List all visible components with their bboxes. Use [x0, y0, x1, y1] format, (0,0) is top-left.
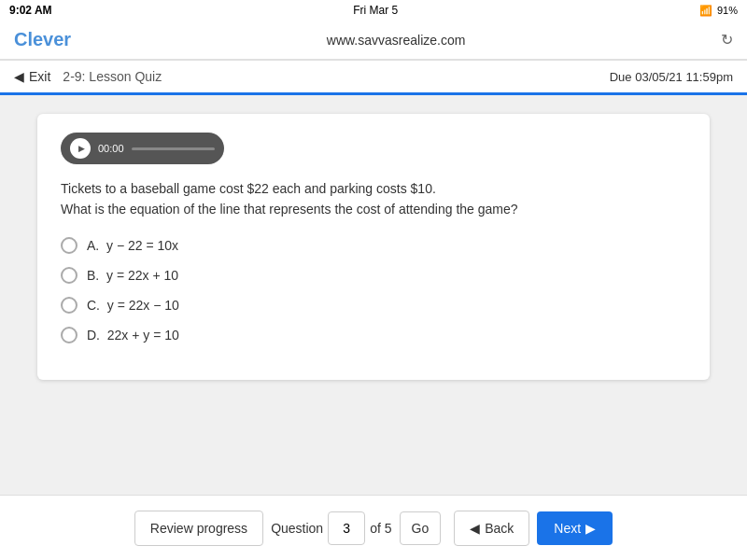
review-progress-button[interactable]: Review progress	[134, 511, 263, 546]
refresh-icon[interactable]: ↻	[721, 31, 733, 49]
exit-button[interactable]: ◀ Exit 2-9: Lesson Quiz	[14, 69, 162, 84]
answer-options: A. y − 22 = 10x B. y = 22x + 10 C. y = 2…	[61, 237, 686, 343]
question-number-input[interactable]	[328, 511, 365, 545]
radio-b[interactable]	[61, 267, 78, 284]
quiz-header: ◀ Exit 2-9: Lesson Quiz Due 03/05/21 11:…	[0, 60, 747, 95]
answer-label-c: C. y = 22x − 10	[87, 298, 179, 313]
next-arrow-icon: ▶	[585, 521, 596, 536]
battery-level: 91%	[717, 5, 738, 16]
exit-label: Exit	[29, 69, 50, 84]
nav-url: www.savvasrealize.com	[327, 33, 466, 48]
status-time: 9:02 AM	[9, 4, 52, 17]
play-icon: ▶	[78, 144, 85, 153]
back-arrow-icon: ◀	[470, 521, 480, 536]
due-date: Due 03/05/21 11:59pm	[610, 70, 733, 84]
back-label: Back	[485, 521, 514, 536]
question-navigator: Question of 5 Go	[271, 511, 441, 545]
back-button[interactable]: ◀ Back	[454, 511, 529, 546]
status-bar: 9:02 AM Fri Mar 5 📶 91%	[0, 0, 747, 21]
answer-option-c[interactable]: C. y = 22x − 10	[61, 297, 686, 314]
nav-bar: Clever www.savvasrealize.com ↻	[0, 21, 747, 60]
status-day: Fri Mar 5	[353, 4, 398, 17]
question-line-2: What is the equation of the line that re…	[61, 199, 686, 219]
answer-option-d[interactable]: D. 22x + y = 10	[61, 327, 686, 343]
main-content: ▶ 00:00 Tickets to a baseball game cost …	[0, 95, 747, 495]
audio-player[interactable]: ▶ 00:00	[61, 133, 224, 164]
radio-c[interactable]	[61, 297, 78, 314]
next-label: Next	[554, 521, 581, 536]
answer-option-b[interactable]: B. y = 22x + 10	[61, 267, 686, 284]
question-card: ▶ 00:00 Tickets to a baseball game cost …	[37, 114, 710, 380]
answer-option-a[interactable]: A. y − 22 = 10x	[61, 237, 686, 254]
quiz-title: 2-9: Lesson Quiz	[63, 69, 162, 84]
question-label: Question	[271, 521, 323, 536]
audio-progress-bar[interactable]	[132, 147, 215, 150]
answer-label-a: A. y − 22 = 10x	[87, 238, 178, 253]
back-arrow-icon: ◀	[14, 69, 24, 84]
clever-logo: Clever	[14, 29, 71, 50]
next-button[interactable]: Next ▶	[537, 511, 613, 545]
radio-a[interactable]	[61, 237, 78, 254]
go-button[interactable]: Go	[400, 511, 442, 545]
question-text: Tickets to a baseball game cost $22 each…	[61, 178, 686, 220]
radio-d[interactable]	[61, 327, 78, 343]
question-line-1: Tickets to a baseball game cost $22 each…	[61, 178, 686, 199]
answer-label-d: D. 22x + y = 10	[87, 328, 179, 343]
answer-label-b: B. y = 22x + 10	[87, 268, 178, 283]
play-button[interactable]: ▶	[70, 138, 91, 159]
wifi-icon: 📶	[699, 5, 712, 17]
audio-timer: 00:00	[98, 143, 124, 154]
bottom-nav: Review progress Question of 5 Go ◀ Back …	[0, 495, 747, 560]
of-total: of 5	[370, 521, 391, 536]
